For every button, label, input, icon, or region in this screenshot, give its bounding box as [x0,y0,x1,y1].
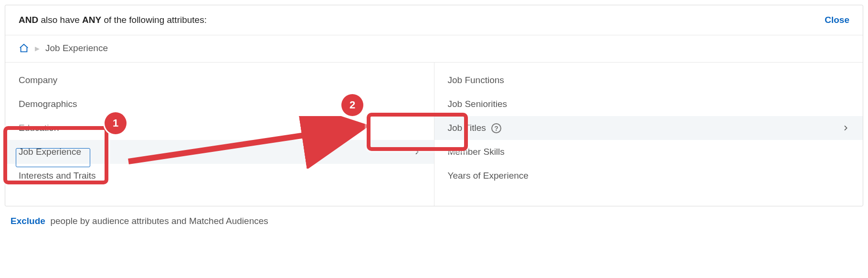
attr-label: Demographics [19,99,77,109]
sub-job-functions[interactable]: Job Functions [434,68,863,92]
header-and: AND [19,15,38,25]
audience-attribute-panel: AND also have ANY of the following attri… [5,5,863,206]
close-button[interactable]: Close [825,15,849,25]
exclude-rest: people by audience attributes and Matche… [50,216,268,226]
panel-header: AND also have ANY of the following attri… [5,5,863,35]
header-also-have: also have [41,15,79,25]
attr-education[interactable]: Education [5,116,434,140]
attr-label: Education [19,123,59,133]
attr-label: Job Seniorities [448,99,508,109]
sub-job-titles[interactable]: Job Titles ? [434,116,863,140]
chevron-right-icon [413,148,421,156]
breadcrumb-separator-icon: ▶ [35,45,40,52]
attr-label-wrap: Job Titles ? [448,123,502,134]
help-icon[interactable]: ? [491,123,501,133]
attr-interests-traits[interactable]: Interests and Traits [5,164,434,188]
header-any: ANY [82,15,101,25]
sub-job-seniorities[interactable]: Job Seniorities [434,92,863,116]
attribute-columns: Company Demographics Education Job Exper… [5,63,863,206]
attr-job-experience[interactable]: Job Experience [5,140,434,164]
exclude-link[interactable]: Exclude [11,216,45,226]
breadcrumb: ▶ Job Experience [5,35,863,63]
sub-years-experience[interactable]: Years of Experience [434,164,863,188]
attribute-category-list: Company Demographics Education Job Exper… [5,63,434,206]
attr-label: Job Titles [448,123,486,133]
attr-label: Member Skills [448,147,505,157]
attr-label: Job Functions [448,75,504,86]
attr-label: Company [19,75,57,86]
attribute-subcategory-list: Job Functions Job Seniorities Job Titles… [434,63,863,206]
attr-demographics[interactable]: Demographics [5,92,434,116]
attr-label: Job Experience [19,147,81,157]
chevron-right-icon [842,124,849,132]
breadcrumb-current: Job Experience [45,43,108,53]
home-icon[interactable] [19,43,29,53]
header-text: AND also have ANY of the following attri… [19,15,207,25]
attr-company[interactable]: Company [5,68,434,92]
exclude-row: Exclude people by audience attributes an… [5,206,863,226]
sub-member-skills[interactable]: Member Skills [434,140,863,164]
header-rest: of the following attributes: [104,15,206,25]
attr-label: Interests and Traits [19,171,96,181]
attr-label: Years of Experience [448,171,529,181]
